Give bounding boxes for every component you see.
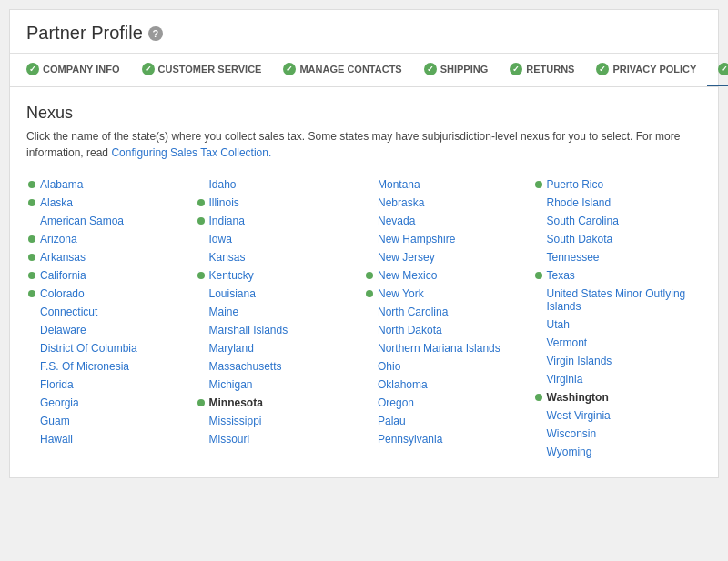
selected-dot bbox=[28, 181, 35, 188]
state-item[interactable]: Louisiana bbox=[196, 285, 365, 303]
state-name: Palau bbox=[378, 415, 406, 427]
unselected-placeholder bbox=[366, 181, 373, 188]
state-name: American Samoa bbox=[40, 215, 124, 227]
state-item[interactable]: Alaska bbox=[26, 194, 196, 212]
unselected-placeholder bbox=[535, 199, 542, 206]
state-item[interactable]: District Of Columbia bbox=[26, 339, 196, 357]
nav-tab-privacy-policy[interactable]: ✓PRIVACY POLICY bbox=[585, 54, 707, 86]
section-title: Nexus bbox=[26, 104, 702, 123]
state-item[interactable]: Arkansas bbox=[26, 248, 196, 266]
state-item[interactable]: Mississippi bbox=[196, 412, 365, 430]
state-item[interactable]: California bbox=[26, 266, 196, 285]
state-item[interactable]: Utah bbox=[533, 316, 703, 334]
state-item[interactable]: New Hampshire bbox=[364, 230, 533, 248]
state-item[interactable]: Virgin Islands bbox=[533, 352, 703, 370]
state-item[interactable]: Rhode Island bbox=[533, 194, 703, 212]
state-item[interactable]: Arizona bbox=[26, 230, 196, 248]
state-item[interactable]: New York bbox=[364, 285, 533, 303]
unselected-placeholder bbox=[28, 217, 35, 225]
nav-tab-customer-service[interactable]: ✓CUSTOMER SERVICE bbox=[131, 54, 273, 86]
section-description: Click the name of the state(s) where you… bbox=[26, 128, 702, 161]
state-item[interactable]: West Virginia bbox=[533, 406, 703, 425]
state-item[interactable]: North Carolina bbox=[364, 303, 533, 321]
unselected-placeholder bbox=[535, 235, 542, 243]
state-name: Georgia bbox=[40, 396, 79, 409]
unselected-placeholder bbox=[366, 326, 373, 334]
state-item[interactable]: Pennsylvania bbox=[364, 430, 533, 448]
nav-tab-returns[interactable]: ✓RETURNS bbox=[499, 54, 585, 86]
unselected-placeholder bbox=[197, 326, 205, 334]
state-item[interactable]: Maryland bbox=[196, 339, 365, 357]
state-item[interactable]: Idaho bbox=[196, 175, 365, 194]
nav-tab-manage-contacts[interactable]: ✓MANAGE CONTACTS bbox=[272, 54, 412, 86]
state-item[interactable]: Georgia bbox=[26, 394, 196, 412]
state-item[interactable]: Northern Mariana Islands bbox=[364, 339, 533, 357]
state-item[interactable]: Guam bbox=[26, 412, 196, 430]
nav-tab-taxes[interactable]: ✓TAXES bbox=[707, 54, 728, 86]
state-item[interactable]: Nevada bbox=[364, 212, 533, 230]
state-item[interactable]: Wyoming bbox=[533, 443, 703, 461]
state-name: Alaska bbox=[40, 196, 73, 209]
state-item[interactable]: South Dakota bbox=[533, 230, 703, 248]
state-name: Iowa bbox=[209, 233, 232, 245]
state-item[interactable]: Iowa bbox=[196, 230, 365, 248]
state-item[interactable]: Connecticut bbox=[26, 303, 196, 321]
state-name: California bbox=[40, 269, 86, 282]
unselected-placeholder bbox=[366, 417, 373, 425]
state-name: Washington bbox=[547, 391, 609, 404]
state-item[interactable]: Missouri bbox=[196, 430, 365, 448]
state-item[interactable]: Delaware bbox=[26, 321, 196, 339]
state-item[interactable]: Minnesota bbox=[196, 394, 365, 412]
state-item[interactable]: Maine bbox=[196, 303, 365, 321]
state-item[interactable]: New Mexico bbox=[364, 266, 533, 285]
state-item[interactable]: Texas bbox=[533, 266, 703, 285]
state-item[interactable]: Massachusetts bbox=[196, 357, 365, 376]
state-item[interactable]: Alabama bbox=[26, 175, 196, 194]
state-name: North Carolina bbox=[378, 306, 448, 318]
state-item[interactable]: Oregon bbox=[364, 394, 533, 412]
state-name: Virgin Islands bbox=[547, 355, 612, 367]
nav-tab-company-info[interactable]: ✓COMPANY INFO bbox=[26, 54, 131, 86]
nav-tab-shipping[interactable]: ✓SHIPPING bbox=[413, 54, 500, 86]
state-item[interactable]: Hawaii bbox=[26, 430, 196, 448]
state-item[interactable]: New Jersey bbox=[364, 248, 533, 266]
state-item[interactable]: Indiana bbox=[196, 212, 365, 230]
state-name: Massachusetts bbox=[209, 360, 282, 373]
state-item[interactable]: United States Minor Outlying Islands bbox=[533, 285, 703, 316]
state-item[interactable]: Kentucky bbox=[196, 266, 365, 285]
state-item[interactable]: Illinois bbox=[196, 194, 365, 212]
state-item[interactable]: Marshall Islands bbox=[196, 321, 365, 339]
state-name: West Virginia bbox=[547, 409, 611, 422]
state-item[interactable]: Nebraska bbox=[364, 194, 533, 212]
state-item[interactable]: Michigan bbox=[196, 376, 365, 394]
state-item[interactable]: North Dakota bbox=[364, 321, 533, 339]
state-item[interactable]: Washington bbox=[533, 388, 703, 406]
state-item[interactable]: Puerto Rico bbox=[533, 175, 703, 194]
state-item[interactable]: Kansas bbox=[196, 248, 365, 266]
unselected-placeholder bbox=[197, 363, 205, 370]
state-item[interactable]: F.S. Of Micronesia bbox=[26, 357, 196, 376]
state-name: Virginia bbox=[547, 373, 583, 386]
state-item[interactable]: Tennessee bbox=[533, 248, 703, 266]
state-item[interactable]: South Carolina bbox=[533, 212, 703, 230]
state-name: Arkansas bbox=[40, 251, 86, 264]
state-column-4: Puerto RicoRhode IslandSouth CarolinaSou… bbox=[533, 175, 703, 461]
state-item[interactable]: Oklahoma bbox=[364, 376, 533, 394]
state-name: Kansas bbox=[209, 251, 246, 264]
unselected-placeholder bbox=[535, 357, 542, 365]
state-item[interactable]: Wisconsin bbox=[533, 425, 703, 443]
state-item[interactable]: Palau bbox=[364, 412, 533, 430]
state-item[interactable]: Ohio bbox=[364, 357, 533, 376]
check-icon-shipping: ✓ bbox=[424, 63, 437, 75]
unselected-placeholder bbox=[366, 199, 373, 206]
state-item[interactable]: American Samoa bbox=[26, 212, 196, 230]
config-link[interactable]: Configuring Sales Tax Collection. bbox=[111, 146, 271, 159]
state-item[interactable]: Montana bbox=[364, 175, 533, 194]
state-item[interactable]: Virginia bbox=[533, 370, 703, 388]
help-icon[interactable]: ? bbox=[148, 26, 163, 41]
state-item[interactable]: Vermont bbox=[533, 334, 703, 352]
state-item[interactable]: Florida bbox=[26, 376, 196, 394]
state-item[interactable]: Colorado bbox=[26, 285, 196, 303]
state-name: Delaware bbox=[40, 324, 86, 336]
unselected-placeholder bbox=[535, 448, 542, 456]
